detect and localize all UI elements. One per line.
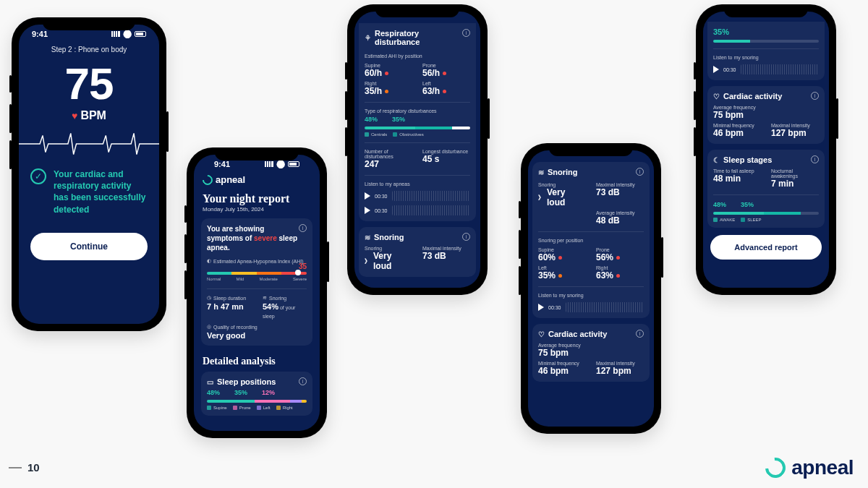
brand-footer: apneal [765,456,854,479]
continue-button[interactable]: Continue [30,233,148,260]
cardiac-card: i ♡Cardiac activity Average frequency75 … [707,86,825,144]
positions-legend: Supine Prone Left Right [207,406,307,410]
stat-quality: ◎Quality of recordingVery good [207,324,307,340]
snoring-card: i ≋Snoring Snoring》Very loud Maximal int… [532,162,650,318]
info-icon[interactable]: i [299,377,307,385]
play-icon[interactable] [365,192,370,200]
battery-icon [288,161,299,167]
summary-card: i You are showing symptoms of severe sle… [201,218,312,346]
positions-bar [207,400,307,403]
confirmation: ✓ Your cardiac and respiratory activity … [19,161,159,223]
stat-snoring: ≋Snoring54% of your sleep [263,295,307,320]
sound-icon: 》 [365,257,370,265]
page-number: 10 [9,461,40,474]
phone-5: 35% Listen to my snoring 00:30 i ♡Cardia… [696,4,836,295]
info-icon[interactable]: i [811,155,819,163]
info-icon[interactable]: i [299,224,307,232]
audio-player[interactable]: 00:30 [713,64,819,74]
waveform [741,64,819,74]
positions-card: i ▭Sleep positions 48% 35% 12% Supine Pr… [201,372,312,416]
heart-icon: ♡ [538,330,545,338]
bed-icon: ▭ [207,378,213,386]
snoring-tail-card: 35% Listen to my snoring 00:30 [707,22,825,80]
symptom-text: You are showing symptoms of severe sleep… [207,224,307,252]
report-date: Monday July 15th, 2024 [201,206,312,218]
ahi-ticks: NormalMildModerateSevere [207,277,307,281]
play-icon[interactable] [538,304,544,311]
signal-icon [111,31,120,37]
bpm-value: 75 [19,58,159,109]
brand-logo-icon [200,173,215,187]
phone-3: i ⚘Respiratory disturbance Estimated AHI… [347,4,488,295]
play-icon[interactable] [365,207,370,214]
snoring-card: i ≋Snoring Snoring》Very loud Maximal int… [359,227,476,277]
brand-logo-icon [762,453,790,481]
info-icon[interactable]: i [462,233,470,241]
snore-icon: ≋ [365,234,370,241]
respiratory-card: i ⚘Respiratory disturbance Estimated AHI… [359,23,476,221]
stat-duration: ◷Sleep duration7 h 47 mn [207,295,251,320]
heart-icon: ♡ [713,93,720,100]
ecg-waveform [19,127,159,161]
signal-icon [265,161,273,167]
step-label: Step 2 : Phone on body [19,46,159,53]
info-icon[interactable]: i [636,330,644,338]
stages-card: i ☾Sleep stages Time to fall asleep48 mi… [707,150,825,228]
detailed-title: Detailed analysis [201,351,312,372]
cardiac-card: i ♡Cardiac activity Average frequency75 … [532,324,650,382]
sound-icon: 》 [538,194,544,202]
disturbance-type-bar [365,127,470,129]
quality-icon: ◎ [207,324,211,330]
play-icon[interactable] [713,66,719,73]
ahi-label: ◐Estimated Apnea-Hypopnea Index (AHI) [207,258,307,264]
advanced-report-button[interactable]: Advanced report [710,235,822,260]
waveform [566,302,644,312]
brand-name: apneal [791,456,854,479]
audio-player[interactable]: 00:30 [365,205,470,215]
battery-icon [135,31,146,37]
info-icon[interactable]: i [636,168,644,176]
waveform [392,191,470,201]
info-icon[interactable]: i [811,92,819,100]
snore-icon: ≋ [538,168,544,176]
confirmation-text: Your cardiac and respiratory activity ha… [54,168,148,215]
page-title: Your night report [201,187,312,206]
phone-1: 9:41 ⬤ Step 2 : Phone on body 75 ♥BPM ✓ … [12,17,166,331]
phone-2: 9:41 ⬤ apneal Your night report Monday J… [187,147,327,438]
moon-icon: ☾ [713,156,720,164]
lungs-icon: ⚘ [365,34,371,42]
audio-player[interactable]: 00:30 [538,302,644,312]
waveform [392,205,470,215]
gauge-icon: ◐ [207,258,211,264]
info-icon[interactable]: i [462,29,470,37]
heart-icon: ♥ [72,110,77,121]
stages-bar [713,212,819,215]
snore-icon: ≋ [263,295,267,301]
audio-player[interactable]: 00:30 [365,191,470,201]
brand: apneal [201,170,312,187]
ahi-by-position: Supine60/h Prone56/h Right35/h Left63/h [365,63,470,96]
clock-icon: ◷ [207,295,211,301]
phone-4: i ≋Snoring Snoring》Very loud Maximal int… [521,143,661,434]
snoring-bar [713,40,819,43]
status-time: 9:41 [32,30,48,38]
bpm-label: ♥BPM [19,109,159,122]
ahi-bar [207,272,307,275]
check-circle-icon: ✓ [30,168,46,184]
